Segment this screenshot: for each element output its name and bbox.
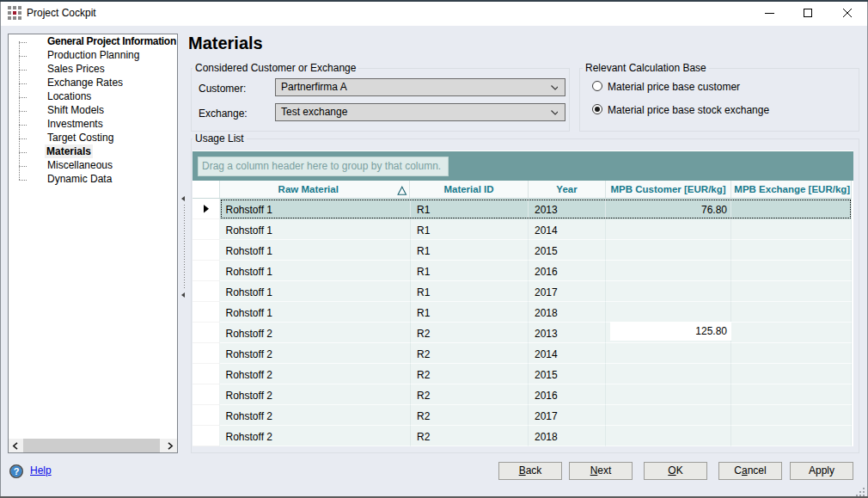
svg-text:?: ? (14, 466, 20, 476)
